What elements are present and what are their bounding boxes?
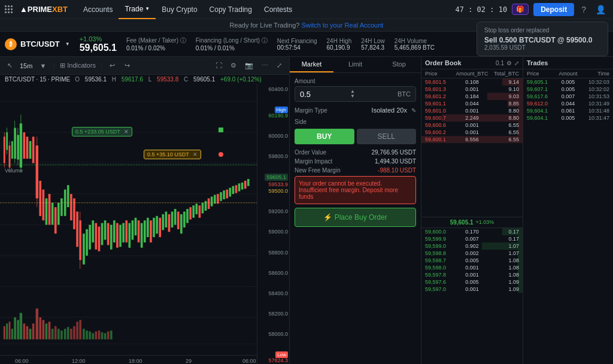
svg-rect-84	[208, 198, 210, 209]
svg-rect-34	[57, 203, 60, 225]
svg-rect-130	[95, 332, 98, 339]
svg-rect-132	[101, 332, 104, 339]
nav-copy-trading[interactable]: Copy Trading	[204, 0, 258, 19]
nav-trade[interactable]: Trade ▼	[119, 0, 156, 19]
chart-toolbar: ↖ 15m ▼ | ⊞ Indicators | ↩ ↪ ⛶ ⚙ 📷 ⋯ ⤢	[0, 57, 289, 75]
svg-rect-71	[168, 214, 171, 232]
chart-body[interactable]: Volume	[0, 84, 289, 364]
user-icon[interactable]: 👤	[593, 2, 608, 17]
bid-row[interactable]: 59,600.00.1700.17	[421, 228, 523, 235]
svg-rect-92	[232, 186, 235, 194]
trade-row: 59,617.60.00710:31:53	[523, 93, 613, 100]
expand-icon[interactable]: ⤢	[274, 60, 284, 71]
ask-rows: 59,601.50.1089.14 59,601.30.0019.10 59,6…	[421, 78, 523, 217]
deposit-button[interactable]: Deposit	[533, 3, 574, 16]
bid-row[interactable]: 59,598.70.0051.08	[421, 257, 523, 264]
settings-icon[interactable]: ⚙	[228, 60, 239, 71]
nav-contests[interactable]: Contests	[258, 0, 298, 19]
ask-row[interactable]: 59,600.20.0016.55	[421, 129, 523, 136]
trade-row: 59,605.10.00510:32:03	[523, 78, 613, 86]
bid-row[interactable]: 59,598.00.0011.08	[421, 264, 523, 271]
svg-rect-87	[217, 194, 219, 204]
more-icon[interactable]: ⋯	[259, 60, 271, 71]
margin-edit-icon[interactable]: ✎	[411, 107, 416, 114]
svg-rect-35	[60, 198, 63, 216]
entry-annotation[interactable]: 0.5 +35.10 USDT ✕	[144, 150, 201, 159]
svg-rect-65	[150, 220, 152, 242]
ask-row[interactable]: 59,600.16.5566.55	[421, 136, 523, 143]
svg-rect-62	[141, 223, 143, 248]
bid-row[interactable]: 59,599.00.9021.07	[421, 242, 523, 250]
redo-btn[interactable]: ↪	[122, 60, 132, 71]
svg-rect-24	[29, 141, 32, 159]
ask-row[interactable]: 59,601.30.0019.10	[421, 86, 523, 93]
switch-account-link[interactable]: Switch to your Real Account	[301, 22, 383, 29]
place-order-button[interactable]: ⚡ Place Buy Order	[295, 208, 416, 227]
sl-dot	[219, 152, 223, 157]
camera-icon[interactable]: 📷	[242, 60, 256, 71]
sell-button[interactable]: SELL	[357, 129, 417, 144]
svg-rect-53	[113, 220, 116, 242]
svg-rect-93	[235, 185, 238, 193]
svg-rect-85	[211, 196, 213, 206]
btc-icon: ₿	[5, 38, 17, 50]
order-book-header: Order Book 0.1 ⚙ ⤢	[421, 57, 523, 69]
trades-column-headers: Price Amount Time	[523, 69, 613, 78]
bid-row[interactable]: 59,598.80.0021.07	[421, 250, 523, 257]
help-icon[interactable]: ?	[579, 2, 588, 17]
bid-row[interactable]: 59,597.80.0011.08	[421, 271, 523, 278]
buy-button[interactable]: BUY	[295, 129, 354, 144]
close-entry-annotation[interactable]: ✕	[193, 151, 198, 157]
svg-rect-31	[48, 194, 51, 225]
ask-row[interactable]: 59,600.72.2498.80	[421, 114, 523, 122]
ask-row[interactable]: 59,600.60.0016.55	[421, 122, 523, 129]
trade-row: 59,612.00.04410:31:49	[523, 100, 613, 107]
tp-annotation[interactable]: 0.5 +233.05 USDT ✕	[72, 127, 132, 136]
bid-row[interactable]: 59,597.00.0011.09	[421, 286, 523, 293]
timeframe-selector[interactable]: 15m	[20, 62, 32, 69]
amount-field[interactable]	[300, 90, 348, 99]
amount-arrows[interactable]: ▲ ▼	[350, 89, 355, 99]
grid-icon	[5, 5, 13, 13]
trade-row: 59,607.10.00510:32:02	[523, 86, 613, 93]
ticker-symbol[interactable]: ₿ BTC/USDT ▼	[5, 38, 70, 50]
indicators-btn[interactable]: ⊞ Indicators	[60, 62, 96, 69]
next-financing-stat: Next Financing 00:57:54	[277, 38, 317, 51]
ask-row[interactable]: 59,601.20.1849.03	[421, 93, 523, 100]
svg-rect-104	[14, 317, 16, 339]
margin-type-row: Margin Type Isolated 20x ✎	[295, 107, 416, 114]
ask-row[interactable]: 59,601.50.1089.14	[421, 78, 523, 86]
svg-rect-134	[107, 332, 110, 339]
svg-rect-70	[165, 211, 168, 227]
amount-down[interactable]: ▼	[350, 94, 355, 99]
ob-settings-icon[interactable]: ⚙	[506, 60, 512, 66]
cursor-tool[interactable]: ↖	[5, 60, 15, 71]
fee-stat: Fee (Maker / Taker) ⓘ 0.01% / 0.02%	[126, 37, 186, 51]
tab-limit[interactable]: Limit	[333, 57, 377, 72]
svg-rect-54	[116, 223, 119, 248]
nav-buy-crypto[interactable]: Buy Crypto	[156, 0, 203, 19]
tab-market[interactable]: Market	[290, 57, 333, 72]
amount-input-group[interactable]: ▲ ▼ BTC	[295, 86, 416, 102]
order-type-tabs: Market Limit Stop	[290, 57, 421, 73]
svg-rect-80	[195, 204, 198, 214]
ask-row[interactable]: 59,601.10.0448.85	[421, 100, 523, 107]
ticker-dropdown-icon: ▼	[65, 41, 70, 47]
gift-button[interactable]: 🎁	[512, 4, 529, 15]
undo-btn[interactable]: ↩	[107, 60, 117, 71]
timeframe-dropdown[interactable]: ▼	[37, 61, 48, 71]
svg-rect-51	[107, 223, 110, 245]
tab-stop[interactable]: Stop	[377, 57, 421, 72]
svg-rect-43	[83, 233, 85, 265]
trades-header: Trades	[523, 57, 613, 69]
chart-container: ↖ 15m ▼ | ⊞ Indicators | ↩ ↪ ⛶ ⚙ 📷 ⋯ ⤢ B…	[0, 57, 290, 364]
svg-rect-60	[135, 218, 137, 235]
ob-expand-icon[interactable]: ⤢	[514, 60, 519, 66]
bid-row[interactable]: 59,599.90.0070.17	[421, 235, 523, 242]
fullscreen-icon[interactable]: ⛶	[213, 60, 224, 71]
nav-accounts[interactable]: Accounts	[77, 0, 119, 19]
close-tp-annotation[interactable]: ✕	[124, 129, 129, 135]
ask-row[interactable]: 59,601.00.0018.80	[421, 107, 523, 114]
svg-rect-68	[159, 218, 161, 237]
bid-row[interactable]: 59,597.60.0051.09	[421, 278, 523, 286]
